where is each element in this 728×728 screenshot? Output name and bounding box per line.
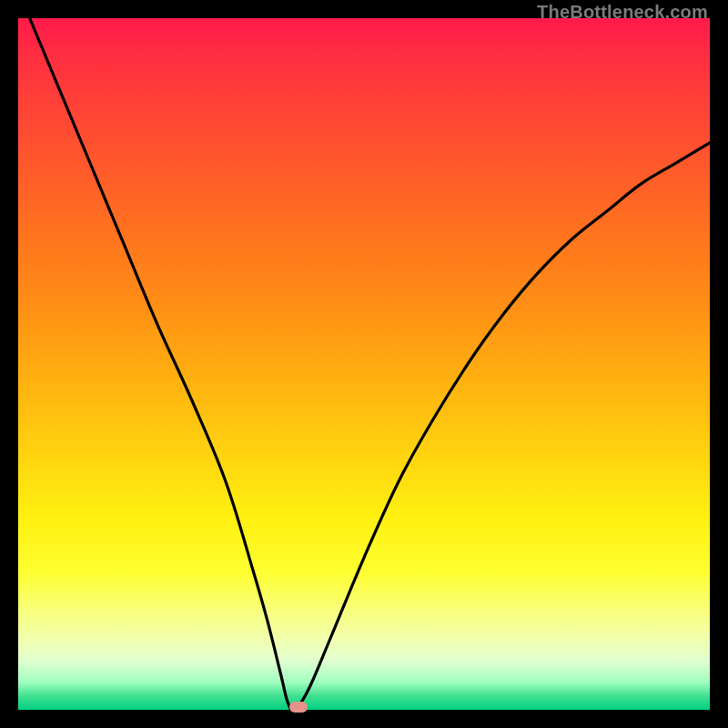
bottleneck-curve	[18, 18, 710, 710]
chart-container: TheBottleneck.com	[0, 0, 728, 728]
optimal-point-marker	[289, 702, 308, 713]
plot-area	[18, 18, 710, 710]
watermark-text: TheBottleneck.com	[537, 2, 708, 23]
